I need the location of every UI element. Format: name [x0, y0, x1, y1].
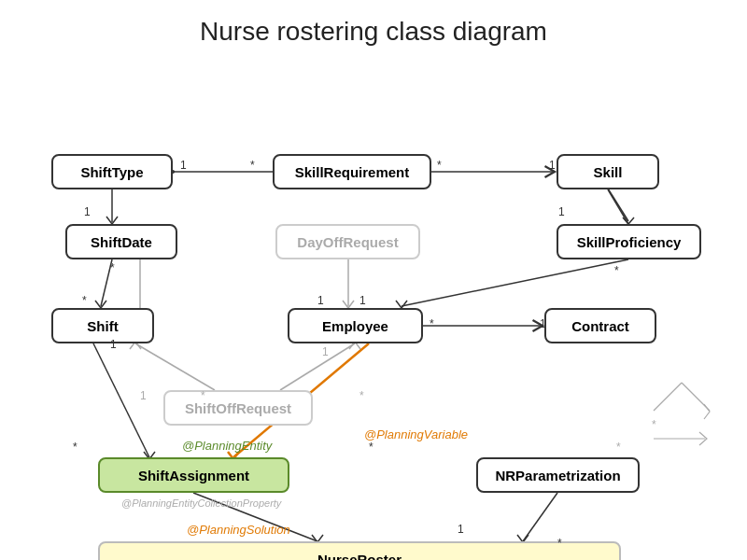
- mult-12: *: [430, 317, 434, 330]
- svg-line-3: [608, 189, 628, 224]
- svg-line-7: [402, 259, 628, 306]
- mult-8: *: [82, 294, 87, 307]
- box-shiftdate: ShiftDate: [65, 224, 177, 259]
- mult-7: 1: [84, 205, 91, 218]
- mult-10: 1: [317, 294, 324, 307]
- svg-line-16: [654, 383, 682, 411]
- mult-1: 1: [180, 159, 187, 172]
- box-employee: Employee: [288, 308, 423, 343]
- mult-22: *: [557, 537, 562, 550]
- page-title: Nurse rostering class diagram: [0, 0, 747, 56]
- box-shiftoffrequest: ShiftOffRequest: [163, 390, 313, 426]
- svg-line-17: [682, 383, 710, 411]
- box-skillproficiency: SkillProficiency: [557, 224, 701, 259]
- mult-16: 1: [140, 389, 147, 402]
- mult-11: 1: [359, 294, 366, 307]
- mult-13: 1: [540, 317, 546, 330]
- mult-9: *: [110, 261, 115, 274]
- annotation-planningsolution: @PlanningSolution: [187, 523, 290, 537]
- mult-18: 1: [322, 345, 329, 358]
- annotation-collection: @PlanningEntityCollectionProperty: [121, 497, 281, 509]
- box-dayoffrequest: DayOffRequest: [275, 224, 420, 259]
- box-nrparametrization: NRParametrization: [476, 457, 640, 493]
- diagram-area: Skill -->: [0, 65, 747, 560]
- svg-line-15: [523, 493, 557, 541]
- mult-2: *: [250, 159, 255, 172]
- box-contract: Contract: [544, 308, 656, 343]
- mult-20: *: [369, 441, 374, 454]
- box-skill: Skill: [557, 154, 659, 189]
- mult-4: 1: [549, 159, 556, 172]
- mult-14: *: [73, 441, 78, 454]
- box-shifttype: ShiftType: [51, 154, 173, 189]
- box-shiftassignment: ShiftAssignment: [98, 457, 289, 493]
- mult-24: *: [652, 418, 656, 431]
- mult-6: *: [614, 264, 619, 277]
- mult-21: 1: [458, 523, 464, 536]
- mult-17: *: [201, 389, 205, 402]
- mult-5: 1: [558, 205, 565, 218]
- svg-line-10: [135, 343, 215, 390]
- annotation-planningvariable: @PlanningVariable: [364, 427, 468, 441]
- annotation-planningentity: @PlanningEntity: [182, 439, 272, 453]
- mult-3: *: [437, 159, 442, 172]
- box-skillrequirement: SkillRequirement: [273, 154, 431, 189]
- mult-19: *: [359, 389, 364, 402]
- svg-line-2: [608, 189, 628, 221]
- box-nurseroster: NurseRoster: [98, 541, 621, 560]
- mult-23: *: [616, 441, 621, 454]
- mult-15: 1: [110, 338, 117, 351]
- svg-line-11: [280, 343, 355, 390]
- box-shift: Shift: [51, 308, 154, 343]
